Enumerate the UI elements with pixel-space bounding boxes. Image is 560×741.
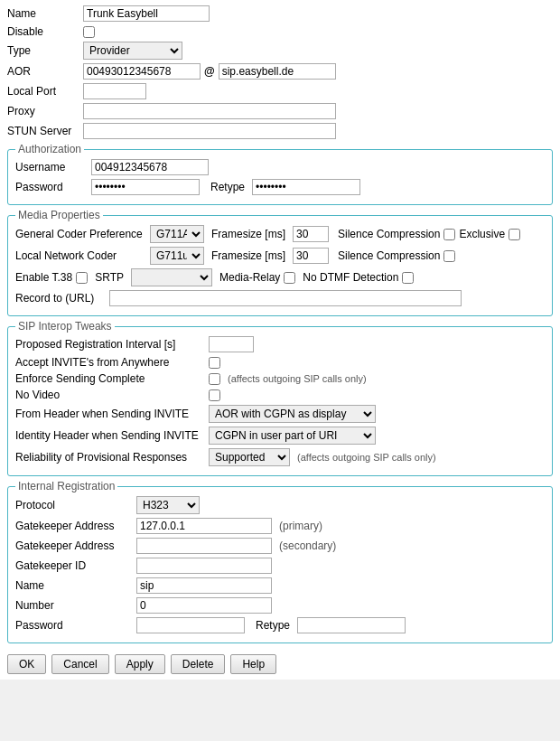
from-header-label: From Header when Sending INVITE	[15, 408, 205, 420]
exclusive-label: Exclusive	[459, 228, 505, 240]
proxy-label: Proxy	[7, 105, 79, 117]
proxy-input[interactable]	[83, 103, 336, 119]
media-section-legend: Media Properties	[15, 209, 103, 221]
number-input[interactable]	[136, 597, 272, 614]
main-form: Name Disable Type Provider Extension Pee…	[0, 0, 560, 680]
auth-section-legend: Authorization	[15, 143, 84, 155]
media-relay-checkbox[interactable]	[284, 272, 295, 284]
help-button[interactable]: Help	[230, 654, 276, 674]
type-label: Type	[7, 44, 79, 57]
int-retype-input[interactable]	[297, 617, 406, 633]
disable-checkbox[interactable]	[83, 26, 95, 38]
framesize1-input[interactable]	[293, 226, 329, 242]
srtp-select[interactable]: optionalmandatory	[131, 268, 212, 286]
apply-button[interactable]: Apply	[115, 654, 165, 674]
general-coder-label: General Coder Preference	[15, 228, 146, 240]
gatekeeper-id-input[interactable]	[136, 558, 272, 574]
affects-text2: (affects outgoing SIP calls only)	[297, 452, 436, 463]
gatekeeper-addr-input2[interactable]	[136, 538, 272, 554]
local-port-input[interactable]	[83, 83, 146, 99]
aor-number-input[interactable]	[83, 63, 201, 80]
t38-label: Enable T.38	[15, 271, 72, 284]
password-input[interactable]	[91, 179, 200, 195]
srtp-label: SRTP	[95, 271, 124, 284]
int-password-input[interactable]	[136, 617, 245, 633]
stun-input[interactable]	[83, 123, 336, 139]
primary-text: (primary)	[279, 520, 322, 532]
at-sign: @	[204, 65, 215, 78]
gatekeeper-addr-label2: Gatekeeper Address	[15, 539, 133, 552]
no-dtmf-label: No DTMF Detection	[303, 271, 398, 284]
name-label: Name	[7, 7, 79, 20]
gatekeeper-id-label: Gatekeeper ID	[15, 559, 133, 572]
media-relay-label: Media-Relay	[219, 271, 280, 284]
gatekeeper-addr-input1[interactable]	[136, 518, 272, 534]
record-label: Record to (URL)	[15, 292, 106, 305]
silence2-label: Silence Compression	[338, 249, 440, 262]
delete-button[interactable]: Delete	[171, 654, 226, 674]
name-input[interactable]	[83, 5, 210, 22]
username-label: Username	[15, 161, 88, 174]
sip-section-legend: SIP Interop Tweaks	[15, 320, 115, 333]
secondary-text: (secondary)	[279, 539, 336, 552]
enforce-sending-checkbox[interactable]	[209, 373, 220, 385]
no-video-label: No Video	[15, 389, 205, 401]
framesize2-label: Framesize [ms]	[211, 249, 285, 262]
local-coder-select[interactable]: G711uG711AG722G729	[150, 247, 204, 265]
internal-reg-legend: Internal Registration	[15, 480, 117, 492]
password-label: Password	[15, 181, 88, 193]
general-coder-select[interactable]: G711AG711uG722G729	[150, 225, 204, 243]
identity-header-label: Identity Header when Sending INVITE	[15, 429, 205, 442]
aor-domain-input[interactable]	[219, 63, 336, 80]
proposed-reg-label: Proposed Registration Interval [s]	[15, 338, 205, 351]
gatekeeper-addr-label1: Gatekeeper Address	[15, 520, 133, 532]
gatekeeper-name-input[interactable]	[136, 577, 272, 594]
gatekeeper-name-label: Name	[15, 579, 133, 592]
protocol-select[interactable]: H323SIP	[136, 496, 200, 514]
silence1-checkbox[interactable]	[443, 229, 455, 240]
protocol-label: Protocol	[15, 499, 133, 511]
ok-button[interactable]: OK	[7, 654, 46, 674]
retype-label: Retype	[210, 181, 245, 193]
silence2-checkbox[interactable]	[443, 250, 455, 262]
no-dtmf-checkbox[interactable]	[402, 272, 414, 284]
local-coder-label: Local Network Coder	[15, 249, 146, 262]
password-retype-input[interactable]	[252, 179, 360, 195]
enforce-sending-label: Enforce Sending Complete	[15, 372, 205, 385]
disable-label: Disable	[7, 25, 79, 38]
silence1-label: Silence Compression	[338, 228, 440, 240]
username-input[interactable]	[91, 159, 209, 175]
record-url-input[interactable]	[109, 290, 462, 306]
from-header-select[interactable]: AOR with CGPN as display CGPN only AOR o…	[209, 405, 376, 423]
exclusive-checkbox[interactable]	[509, 229, 520, 240]
no-video-checkbox[interactable]	[209, 389, 220, 401]
type-select[interactable]: Provider Extension Peer	[83, 42, 182, 60]
local-port-label: Local Port	[7, 85, 79, 98]
int-password-label: Password	[15, 619, 133, 632]
stun-label: STUN Server	[7, 125, 79, 137]
aor-label: AOR	[7, 65, 79, 78]
t38-checkbox[interactable]	[76, 272, 88, 284]
framesize1-label: Framesize [ms]	[211, 228, 285, 240]
cancel-button[interactable]: Cancel	[51, 654, 108, 674]
identity-header-select[interactable]: CGPN in user part of URI None AOR	[209, 427, 376, 445]
accept-invite-label: Accept INVITE's from Anywhere	[15, 356, 205, 369]
int-retype-label: Retype	[256, 619, 290, 632]
reliability-select[interactable]: Supported Required Disabled	[209, 448, 290, 466]
accept-invite-checkbox[interactable]	[209, 357, 220, 369]
framesize2-input[interactable]	[293, 248, 329, 264]
reliability-label: Reliability of Provisional Responses	[15, 451, 205, 464]
affects-text1: (affects outgoing SIP calls only)	[228, 373, 367, 384]
number-label: Number	[15, 599, 133, 612]
proposed-reg-input[interactable]	[209, 336, 254, 352]
